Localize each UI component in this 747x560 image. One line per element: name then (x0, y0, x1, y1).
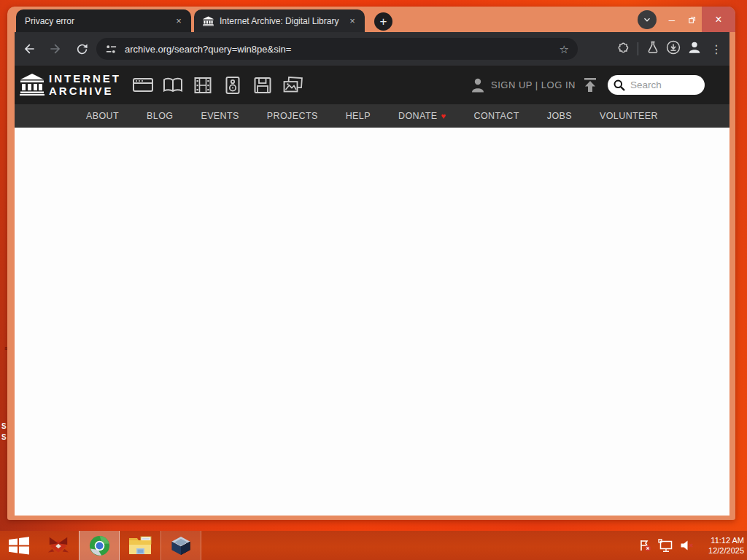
nav-help[interactable]: HELP (346, 111, 371, 121)
tab-title: Internet Archive: Digital Library (220, 16, 341, 26)
virtualbox-cube-icon (170, 535, 192, 556)
nav-about[interactable]: ABOUT (86, 111, 119, 121)
labs-button[interactable] (646, 40, 660, 58)
downloads-button[interactable] (665, 39, 681, 58)
browser-titlebar[interactable]: Privacy error × Internet Archive: Digita… (7, 7, 735, 32)
download-icon (665, 39, 681, 55)
taskbar-virtualbox-button[interactable] (160, 531, 201, 560)
archive-header-right: SIGN UP | LOG IN (471, 66, 705, 104)
chevron-down-icon (642, 15, 652, 25)
profile-button[interactable] (686, 39, 703, 58)
media-images-icon[interactable] (282, 66, 303, 104)
back-button[interactable] (20, 40, 38, 58)
wordmark-line1: INTERNET (49, 72, 121, 85)
archive-header: INTERNET ARCHIVE (15, 66, 729, 104)
taskbar-clock[interactable]: 11:12 AM 12/2/2025 (702, 535, 744, 556)
nav-events[interactable]: EVENTS (201, 111, 239, 121)
archive-logo-icon[interactable] (20, 73, 44, 99)
browser-menu-button[interactable]: ⋮ (708, 42, 725, 56)
desktop-icon-label-fragment: S (1, 423, 7, 430)
clock-date: 12/2/2025 (702, 545, 744, 556)
nav-projects[interactable]: PROJECTS (267, 111, 318, 121)
archive-favicon-icon (203, 16, 214, 26)
tab-title: Privacy error (25, 16, 168, 26)
restore-icon (687, 15, 697, 25)
desktop-icon-label-fragment: S (1, 434, 7, 441)
toolbar-divider (638, 42, 638, 55)
red-x-app-icon (46, 534, 71, 556)
action-center-flag-icon[interactable] (638, 539, 651, 552)
volume-muted-icon[interactable] (680, 540, 694, 551)
archive-nav: ABOUT BLOG EVENTS PROJECTS HELP DONATE♥ … (15, 104, 729, 128)
media-video-icon[interactable] (193, 66, 213, 104)
media-web-icon[interactable] (133, 66, 153, 104)
search-icon (614, 79, 625, 91)
tab-search-button[interactable] (638, 10, 657, 29)
page-content-blank (15, 128, 729, 516)
network-display-icon[interactable] (658, 539, 673, 553)
wordmark-line2: ARCHIVE (49, 85, 121, 97)
heart-icon: ♥ (441, 112, 446, 120)
new-tab-button[interactable]: + (374, 12, 392, 31)
reload-icon (75, 42, 89, 56)
nav-donate-label: DONATE (398, 111, 438, 121)
taskbar: 11:12 AM 12/2/2025 (0, 531, 747, 560)
restore-button[interactable] (683, 7, 702, 32)
taskbar-red-app-button[interactable] (38, 531, 79, 560)
archive-search-input[interactable] (629, 79, 692, 91)
bookmark-star-icon[interactable]: ☆ (560, 44, 569, 55)
nav-blog[interactable]: BLOG (147, 111, 173, 121)
tab-internet-archive[interactable]: Internet Archive: Digital Library × (194, 9, 365, 32)
forward-icon (48, 42, 63, 56)
back-icon (22, 42, 36, 56)
clock-time: 11:12 AM (702, 535, 744, 545)
taskbar-browser-button[interactable] (79, 531, 120, 560)
chromium-green-icon (88, 534, 111, 557)
extensions-button[interactable] (616, 40, 630, 58)
media-texts-icon[interactable] (163, 66, 183, 104)
browser-window: Privacy error × Internet Archive: Digita… (7, 7, 735, 520)
forward-button[interactable] (47, 40, 64, 58)
extensions-puzzle-icon (616, 40, 630, 55)
person-icon (471, 77, 485, 93)
browser-toolbar: archive.org/search?query=win8pe&sin= ☆ (15, 32, 729, 66)
profile-avatar-icon (686, 39, 703, 55)
start-button[interactable] (0, 531, 38, 560)
upload-icon[interactable] (581, 77, 599, 93)
signup-login-link[interactable]: SIGN UP | LOG IN (491, 79, 576, 90)
browser-content: archive.org/search?query=win8pe&sin= ☆ (15, 32, 729, 516)
reload-button[interactable] (73, 40, 90, 58)
tab-close-icon[interactable]: × (172, 15, 185, 28)
url-text[interactable]: archive.org/search?query=win8pe&sin= (125, 44, 560, 55)
close-window-button[interactable]: × (702, 7, 735, 32)
tab-close-icon[interactable]: × (346, 15, 359, 28)
site-settings-icon[interactable] (105, 43, 117, 55)
windows-logo-icon (8, 536, 30, 556)
toolbar-actions: ⋮ (616, 32, 725, 66)
media-audio-icon[interactable] (222, 66, 243, 104)
nav-contact[interactable]: CONTACT (473, 111, 519, 121)
file-explorer-icon (128, 535, 152, 556)
system-tray: 11:12 AM 12/2/2025 (638, 531, 744, 560)
nav-donate[interactable]: DONATE♥ (398, 111, 446, 121)
tab-privacy-error[interactable]: Privacy error × (16, 9, 191, 32)
flask-icon (646, 40, 660, 55)
media-software-icon[interactable] (252, 66, 273, 104)
archive-wordmark[interactable]: INTERNET ARCHIVE (49, 72, 121, 98)
media-type-row (133, 66, 303, 104)
taskbar-file-explorer-button[interactable] (120, 531, 160, 560)
archive-search-box[interactable] (608, 75, 705, 95)
desktop: s S S Privacy error × Internet Archive: … (0, 0, 747, 560)
nav-volunteer[interactable]: VOLUNTEER (600, 111, 658, 121)
minimize-button[interactable]: – (662, 7, 681, 32)
nav-jobs[interactable]: JOBS (547, 111, 572, 121)
address-bar[interactable]: archive.org/search?query=win8pe&sin= ☆ (96, 38, 578, 60)
